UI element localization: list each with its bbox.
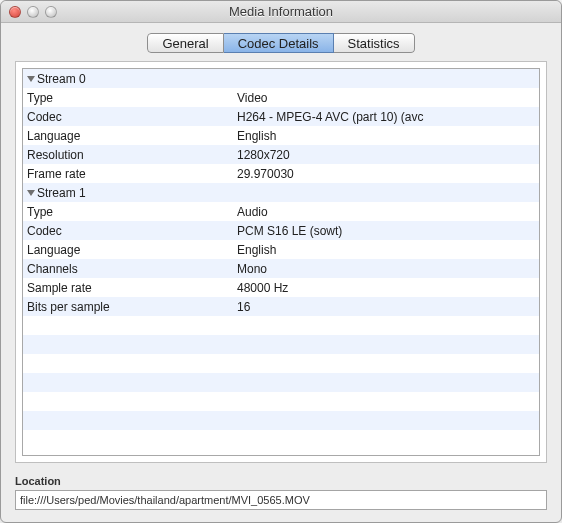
titlebar: Media Information (1, 1, 561, 23)
stream-header-label: Stream 1 (37, 186, 86, 200)
window-controls (1, 6, 57, 18)
stream-header-row[interactable]: Stream 1 (23, 183, 539, 202)
property-key: Bits per sample (23, 297, 233, 316)
property-value: 16 (233, 297, 539, 316)
location-label: Location (15, 475, 547, 487)
property-value: English (233, 240, 539, 259)
property-row[interactable]: Sample rate48000 Hz (23, 278, 539, 297)
property-row[interactable]: Resolution1280x720 (23, 145, 539, 164)
empty-row (23, 392, 539, 411)
empty-row (23, 335, 539, 354)
stream-table: Stream 0TypeVideoCodecH264 - MPEG-4 AVC … (23, 69, 539, 449)
property-value: H264 - MPEG-4 AVC (part 10) (avc (233, 107, 539, 126)
property-value: 29.970030 (233, 164, 539, 183)
stream-tree[interactable]: Stream 0TypeVideoCodecH264 - MPEG-4 AVC … (22, 68, 540, 456)
property-value: 1280x720 (233, 145, 539, 164)
property-value: Mono (233, 259, 539, 278)
disclosure-triangle-icon[interactable] (27, 76, 35, 82)
property-key: Channels (23, 259, 233, 278)
property-row[interactable]: Frame rate29.970030 (23, 164, 539, 183)
tab-segmented-control: General Codec Details Statistics (147, 33, 414, 53)
property-value: PCM S16 LE (sowt) (233, 221, 539, 240)
media-info-window: Media Information General Codec Details … (0, 0, 562, 523)
property-key: Codec (23, 221, 233, 240)
empty-row (23, 316, 539, 335)
property-value: Video (233, 88, 539, 107)
tab-codec-details[interactable]: Codec Details (224, 33, 334, 53)
property-row[interactable]: TypeVideo (23, 88, 539, 107)
empty-row (23, 354, 539, 373)
location-section: Location (1, 473, 561, 522)
property-key: Language (23, 126, 233, 145)
codec-details-panel: Stream 0TypeVideoCodecH264 - MPEG-4 AVC … (15, 61, 547, 463)
window-title: Media Information (1, 4, 561, 19)
empty-row (23, 411, 539, 430)
property-value: Audio (233, 202, 539, 221)
property-row[interactable]: CodecPCM S16 LE (sowt) (23, 221, 539, 240)
disclosure-triangle-icon[interactable] (27, 190, 35, 196)
property-value: 48000 Hz (233, 278, 539, 297)
property-key: Resolution (23, 145, 233, 164)
property-row[interactable]: TypeAudio (23, 202, 539, 221)
property-key: Type (23, 88, 233, 107)
minimize-icon[interactable] (27, 6, 39, 18)
property-value: English (233, 126, 539, 145)
property-key: Sample rate (23, 278, 233, 297)
property-row[interactable]: LanguageEnglish (23, 240, 539, 259)
tab-bar: General Codec Details Statistics (1, 23, 561, 61)
property-row[interactable]: Bits per sample16 (23, 297, 539, 316)
property-row[interactable]: ChannelsMono (23, 259, 539, 278)
stream-header: Stream 0 (23, 69, 233, 88)
tab-statistics[interactable]: Statistics (334, 33, 415, 53)
empty-row (23, 430, 539, 449)
property-key: Type (23, 202, 233, 221)
property-key: Language (23, 240, 233, 259)
property-row[interactable]: CodecH264 - MPEG-4 AVC (part 10) (avc (23, 107, 539, 126)
tab-general[interactable]: General (147, 33, 223, 53)
stream-header-label: Stream 0 (37, 72, 86, 86)
property-key: Codec (23, 107, 233, 126)
location-input[interactable] (15, 490, 547, 510)
zoom-icon[interactable] (45, 6, 57, 18)
property-row[interactable]: LanguageEnglish (23, 126, 539, 145)
close-icon[interactable] (9, 6, 21, 18)
property-key: Frame rate (23, 164, 233, 183)
empty-row (23, 373, 539, 392)
stream-header-row[interactable]: Stream 0 (23, 69, 539, 88)
stream-header: Stream 1 (23, 183, 233, 202)
